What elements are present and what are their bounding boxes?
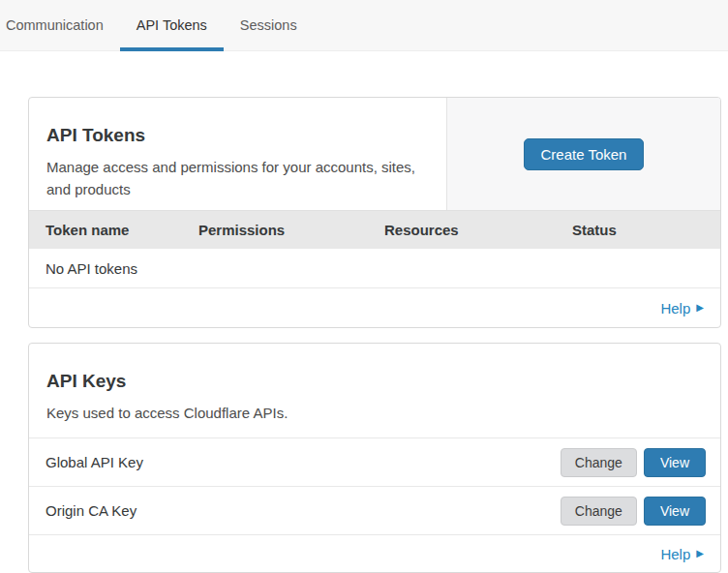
column-header-permissions: Permissions	[198, 222, 384, 238]
api-tokens-card-header-action: Create Token	[446, 98, 720, 210]
api-tokens-card-header-text: API Tokens Manage access and permissions…	[29, 98, 446, 210]
key-row-origin-ca-key: Origin CA Key Change View	[29, 487, 720, 535]
column-header-resources: Resources	[384, 222, 572, 238]
tokens-card-footer: Help ▶	[29, 288, 720, 327]
api-keys-description: Keys used to access Cloudflare APIs.	[46, 402, 703, 424]
api-tokens-description: Manage access and permissions for your a…	[46, 156, 427, 201]
key-actions-global-api-key: Change View	[561, 448, 706, 477]
create-token-button[interactable]: Create Token	[524, 138, 645, 170]
tab-api-tokens[interactable]: API Tokens	[120, 0, 224, 50]
column-header-status: Status	[572, 222, 720, 238]
view-global-api-key-button[interactable]: View	[644, 448, 706, 477]
tokens-help-link[interactable]: Help ▶	[660, 300, 704, 317]
tokens-empty-message: No API tokens	[46, 260, 137, 277]
help-arrow-icon: ▶	[696, 549, 704, 558]
change-global-api-key-button[interactable]: Change	[561, 448, 637, 477]
keys-help-label: Help	[660, 546, 690, 562]
api-tokens-title: API Tokens	[46, 125, 427, 146]
api-keys-card: API Keys Keys used to access Cloudflare …	[28, 343, 721, 573]
tab-communication[interactable]: Communication	[0, 0, 120, 50]
tab-bar: Communication API Tokens Sessions	[0, 0, 728, 51]
change-origin-ca-key-button[interactable]: Change	[561, 497, 637, 526]
key-label-origin-ca-key: Origin CA Key	[46, 502, 136, 519]
tokens-empty-row: No API tokens	[29, 249, 720, 288]
api-tokens-card: API Tokens Manage access and permissions…	[28, 97, 721, 328]
keys-help-link[interactable]: Help ▶	[660, 546, 704, 562]
api-keys-card-header: API Keys Keys used to access Cloudflare …	[29, 344, 720, 438]
api-keys-title: API Keys	[46, 371, 703, 392]
keys-card-footer: Help ▶	[29, 535, 720, 572]
tab-sessions[interactable]: Sessions	[224, 0, 314, 50]
help-arrow-icon: ▶	[696, 303, 704, 313]
tokens-table-header: Token name Permissions Resources Status	[29, 210, 720, 249]
key-row-global-api-key: Global API Key Change View	[29, 438, 720, 487]
key-label-global-api-key: Global API Key	[46, 454, 143, 470]
key-actions-origin-ca-key: Change View	[561, 497, 706, 526]
tokens-help-label: Help	[660, 300, 690, 317]
api-tokens-card-header: API Tokens Manage access and permissions…	[29, 98, 720, 210]
view-origin-ca-key-button[interactable]: View	[644, 497, 706, 526]
column-header-token-name: Token name	[46, 222, 198, 238]
